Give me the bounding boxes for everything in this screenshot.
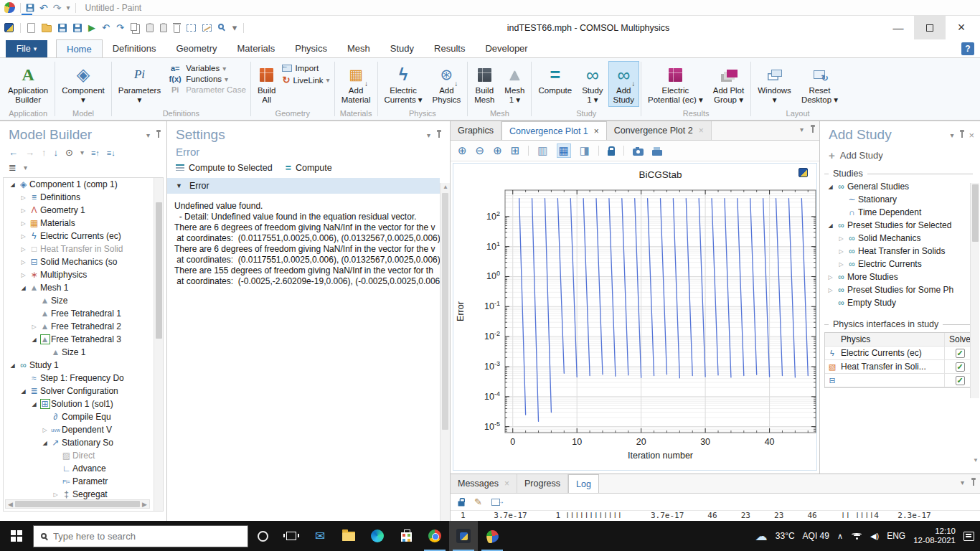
collapsed-arrow-icon[interactable]: ▷ (19, 233, 28, 240)
lock-log-icon[interactable] (458, 501, 465, 506)
plot-canvas[interactable]: 10210110010-110-210-310-410-5010203040Bi… (453, 163, 817, 471)
forward-icon[interactable]: → (25, 147, 34, 158)
tab-geometry[interactable]: Geometry (166, 39, 227, 57)
component-button[interactable]: ◈Component▾ (57, 61, 109, 107)
add-physics-button[interactable]: ⊛↓AddPhysics (428, 61, 466, 107)
expanded-arrow-icon[interactable]: ◢ (8, 182, 17, 188)
close-tab-icon[interactable]: × (699, 126, 704, 136)
add-material-button[interactable]: ▦↓AddMaterial (336, 61, 376, 107)
comsol-logo-icon[interactable] (4, 23, 14, 32)
tab-convergence-plot-1[interactable]: Convergence Plot 1× (501, 121, 607, 140)
collapsed-arrow-icon[interactable]: ▷ (19, 246, 28, 253)
expanded-arrow-icon[interactable]: ◢ (29, 336, 39, 343)
import-button[interactable]: Import (282, 64, 329, 72)
find-caret-icon[interactable]: ▾ (232, 22, 237, 33)
study-tree-item[interactable]: ▷∞Heat Transfer in Solids (821, 245, 980, 258)
scrollbar-thumb[interactable] (442, 193, 448, 430)
help-button[interactable]: ? (961, 42, 974, 55)
model-builder-vertical-scrollbar[interactable] (154, 178, 163, 511)
paint-undo-icon[interactable]: ↶ (39, 2, 48, 14)
model-tree-item[interactable]: ▷▦Materials (4, 217, 163, 230)
tab-convergence-plot-2[interactable]: Convergence Plot 2× (607, 121, 712, 140)
run-icon[interactable]: ▶ (88, 22, 95, 33)
comsol-taskbar-button[interactable] (449, 521, 478, 551)
node-caret-icon[interactable]: ▾ (24, 164, 27, 171)
close-tab-icon[interactable]: × (594, 126, 599, 136)
volume-icon[interactable]: ◀) (870, 532, 879, 541)
collapsed-arrow-icon[interactable]: ▷ (837, 235, 846, 242)
edge-button[interactable] (363, 521, 392, 551)
new-file-icon[interactable] (27, 23, 35, 33)
model-tree-item[interactable]: ▷∗Multiphysics (4, 268, 163, 281)
scrollbar-thumb[interactable] (156, 202, 162, 339)
model-tree-item[interactable]: ◢▲Free Tetrahedral 3 (4, 333, 163, 346)
model-tree-item[interactable]: ▷uvwDependent V (4, 423, 163, 436)
tab-developer[interactable]: Developer (475, 39, 537, 57)
delete-icon[interactable] (174, 25, 180, 33)
model-tree-item[interactable]: ▲Size (4, 294, 163, 307)
tab-results[interactable]: Results (424, 39, 475, 57)
compute-button[interactable]: =Compute (533, 61, 577, 98)
expanded-arrow-icon[interactable]: ◢ (29, 401, 39, 408)
show-caret-icon[interactable]: ▾ (80, 149, 84, 156)
language-indicator[interactable]: ENG (887, 531, 905, 541)
collapsed-arrow-icon[interactable]: ▷ (837, 248, 846, 255)
physics-table-row[interactable]: ϟElectric Currents (ec)✓ (825, 347, 975, 360)
model-tree-item[interactable]: ◢▲Mesh 1 (4, 281, 163, 294)
task-view-button[interactable] (277, 521, 306, 551)
pin-icon[interactable] (158, 132, 159, 138)
undo-icon[interactable]: ↶ (102, 22, 110, 33)
study-tree-item[interactable]: ▷∞More Studies (821, 270, 980, 283)
study-tree-item[interactable]: ◢∞General Studies (821, 180, 980, 193)
wifi-icon[interactable] (851, 533, 862, 540)
study-tree-item[interactable]: ∼Stationary (821, 193, 980, 206)
paint-taskbar-button[interactable] (478, 521, 507, 551)
collapsed-arrow-icon[interactable]: ▷ (19, 220, 28, 227)
pin-icon[interactable] (812, 127, 814, 133)
error-section-header[interactable]: ▼ Error (167, 178, 440, 194)
model-tree-item[interactable]: ▷≡Definitions (4, 191, 163, 204)
electric-currents-button[interactable]: ϟElectricCurrents ▾ (380, 61, 428, 107)
model-tree-item[interactable]: ◢∞Study 1 (4, 359, 163, 372)
collapsed-arrow-icon[interactable]: ▷ (826, 287, 835, 293)
move-up-icon[interactable]: ↑ (42, 147, 47, 158)
collapsed-arrow-icon[interactable]: ▷ (40, 427, 50, 433)
model-tree-item[interactable]: ▨Direct (4, 449, 163, 462)
copy-icon[interactable] (131, 23, 137, 31)
parameters-button[interactable]: PiParameters▾ (113, 61, 166, 107)
select-box-icon[interactable] (187, 24, 196, 32)
add-plot-group-button[interactable]: Add PlotGroup ▾ (708, 61, 749, 107)
print-icon[interactable] (652, 150, 662, 156)
snapshot-icon[interactable] (633, 149, 644, 156)
study-tree-item[interactable]: ∞Empty Study (821, 296, 980, 309)
move-down-icon[interactable]: ↓ (54, 147, 59, 158)
tab-messages[interactable]: Messages× (451, 474, 517, 493)
livelink-button[interactable]: ↻LiveLink▾ (282, 75, 329, 85)
model-tree-item[interactable]: ▲Free Tetrahedral 1 (4, 307, 163, 320)
tab-mesh[interactable]: Mesh (337, 39, 380, 57)
paste-special-icon[interactable] (160, 24, 167, 32)
taskbar-search[interactable] (33, 525, 248, 547)
study-tree-item[interactable]: ▷∞Preset Studies for Some Ph (821, 283, 980, 296)
file-menu-button[interactable]: File ▾ (6, 40, 47, 57)
save-as-icon[interactable] (73, 24, 82, 32)
study-1-button[interactable]: ∞Study1 ▾ (577, 61, 608, 107)
add-study-button[interactable]: + Add Study (820, 143, 980, 164)
model-tree-item[interactable]: ▲Size 1 (4, 346, 163, 359)
collapsed-arrow-icon[interactable]: ▷ (19, 259, 28, 265)
save-icon[interactable] (58, 24, 67, 32)
study-tree-item[interactable]: ◢∞Preset Studies for Selected (821, 219, 980, 232)
legend-icon[interactable]: ◨ (580, 144, 590, 157)
export-log-icon[interactable] (491, 499, 500, 506)
electric-potential-button[interactable]: ElectricPotential (ec) ▾ (643, 61, 708, 107)
scrollbar-thumb[interactable] (15, 501, 140, 507)
add-study-scrollbar[interactable] (970, 183, 979, 398)
chrome-button[interactable] (420, 521, 449, 551)
tab-definitions[interactable]: Definitions (103, 39, 166, 57)
solve-checkbox[interactable]: ✓ (956, 376, 965, 385)
comsol-flag-icon[interactable] (798, 168, 808, 177)
collapse-down-icon[interactable]: ≡↓ (107, 149, 116, 157)
store-button[interactable] (392, 521, 420, 551)
scroll-down-icon[interactable]: ▼ (973, 457, 979, 463)
paint-save-icon[interactable] (27, 4, 34, 11)
